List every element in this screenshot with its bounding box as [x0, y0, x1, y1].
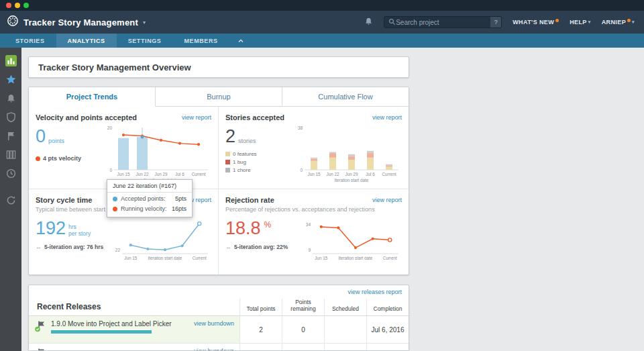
svg-text:Current: Current: [383, 256, 397, 260]
tooltip-row: Accepted points: 5pts: [107, 193, 192, 203]
minimize-window-button[interactable]: [15, 3, 20, 8]
browser-chrome: [0, 0, 644, 11]
rejection-value: 18.8: [225, 219, 261, 238]
tab-members[interactable]: MEMBERS: [172, 34, 229, 48]
release-progress-bar: [51, 330, 152, 334]
star-icon[interactable]: [4, 72, 17, 86]
col-completion: Completion: [366, 299, 409, 315]
svg-text:0: 0: [109, 168, 112, 172]
search-input[interactable]: [396, 19, 490, 26]
svg-text:34: 34: [306, 222, 311, 227]
rejection-avg-label: 5-iteration avg: 22%: [234, 244, 288, 250]
view-burndown-link[interactable]: view burndown: [194, 348, 234, 351]
svg-text:Current: Current: [382, 172, 396, 177]
col-points-remaining: Points remaining: [282, 299, 324, 315]
bell-icon[interactable]: [4, 91, 17, 105]
col-total-points: Total points: [239, 299, 282, 315]
svg-text:Current: Current: [192, 172, 206, 177]
svg-text:9: 9: [308, 248, 311, 252]
svg-text:Jun 15: Jun 15: [124, 256, 137, 260]
tracker-logo-icon[interactable]: [7, 15, 19, 30]
recent-releases-card: view releases report Recent Releases Tot…: [28, 285, 409, 351]
username-label: ARNIEP: [602, 19, 626, 26]
tab-stories[interactable]: STORIES: [4, 34, 56, 48]
help-caret-icon: ▾: [588, 19, 591, 25]
release-flag-icon: [34, 348, 46, 351]
search-box: ?: [384, 16, 502, 28]
features-swatch: [225, 152, 230, 156]
tooltip-value: 5pts: [175, 195, 186, 202]
user-menu[interactable]: ARNIEP ▾: [602, 19, 635, 26]
svg-text:Current: Current: [193, 256, 207, 260]
cycle-unit-top: hrs: [68, 223, 91, 230]
view-burndown-link[interactable]: view burndown: [194, 320, 234, 334]
svg-text:Jul 6: Jul 6: [175, 172, 184, 177]
whats-new-link[interactable]: WHAT'S NEW: [513, 19, 559, 26]
help-label: HELP: [570, 19, 587, 26]
tab-cumulative-flow[interactable]: Cumulative Flow: [282, 87, 409, 107]
stories-accepted-chart[interactable]: 380Jun 15Jun 22Jun 29Jul 6CurrentIterati…: [293, 125, 402, 184]
close-window-button[interactable]: [6, 3, 11, 8]
trend-panels: Velocity and points accepted view report…: [29, 107, 409, 274]
cycle-time-chart[interactable]: 22Jun 15CurrentIteration start date: [111, 218, 211, 262]
project-title[interactable]: Tracker Story Management: [23, 17, 138, 28]
tab-burnup[interactable]: Burnup: [156, 87, 282, 107]
app-header: Tracker Story Management ▾ ? WHAT'S NEW …: [0, 11, 644, 34]
clock-icon[interactable]: [4, 166, 17, 180]
rejection-unit: %: [264, 220, 272, 238]
velocity-legend-label: 4 pts velocity: [43, 155, 81, 162]
tooltip-value: 16pts: [172, 205, 186, 212]
user-badge: [627, 19, 631, 22]
cycle-unit-bottom: per story: [68, 230, 91, 237]
collapse-nav-icon[interactable]: [229, 34, 252, 48]
workspace-sidebar: [0, 48, 21, 351]
rejection-subtitle: Percentage of rejections vs. acceptances…: [225, 206, 402, 214]
velocity-value: 0: [36, 128, 46, 146]
svg-text:Jun 29: Jun 29: [155, 172, 168, 177]
tab-settings[interactable]: SETTINGS: [117, 34, 173, 48]
velocity-unit: points: [48, 138, 64, 146]
release-points-remaining: 0: [282, 316, 324, 343]
svg-text:Iteration start date: Iteration start date: [335, 178, 369, 183]
whats-new-label: WHAT'S NEW: [513, 19, 554, 26]
main-area: Tracker Story Management Overview Projec…: [21, 48, 644, 351]
sync-icon[interactable]: [4, 193, 17, 207]
rejection-view-report-link[interactable]: view report: [372, 197, 402, 203]
release-row: view burndown: [29, 343, 409, 351]
flag-icon[interactable]: [4, 129, 17, 142]
notifications-bell-icon[interactable]: [364, 16, 373, 28]
analytics-project-icon[interactable]: [4, 54, 17, 67]
velocity-view-report-link[interactable]: view report: [182, 114, 211, 121]
rejection-title: Rejection rate: [225, 196, 274, 204]
project-caret-icon[interactable]: ▾: [143, 19, 146, 26]
bugs-legend-label: 1 bug: [233, 159, 246, 165]
svg-text:Jun 22: Jun 22: [327, 172, 339, 177]
stories-view-report-link[interactable]: view report: [372, 114, 402, 121]
svg-text:Iteration start date: Iteration start date: [148, 256, 182, 260]
avg-range-icon: ↔: [225, 244, 231, 250]
tab-analytics[interactable]: ANALYTICS: [56, 34, 117, 48]
svg-text:Jun 15: Jun 15: [117, 172, 130, 177]
project-nav: STORIES ANALYTICS SETTINGS MEMBERS: [0, 34, 644, 48]
releases-header-row: Recent Releases Total points Points rema…: [29, 299, 409, 316]
stories-value: 2: [225, 128, 235, 146]
trends-card: Project Trends Burnup Cumulative Flow Ve…: [28, 87, 409, 275]
columns-icon[interactable]: [4, 148, 17, 161]
release-name[interactable]: 1.9.0 Move into Project and Label Picker: [51, 320, 184, 328]
tooltip-row: Running velocity: 16pts: [107, 203, 192, 217]
header-actions: ? WHAT'S NEW HELP ▾ ARNIEP ▾: [364, 16, 635, 28]
help-menu[interactable]: HELP ▾: [570, 19, 591, 26]
cycle-title: Story cycle time: [36, 196, 92, 204]
rejection-rate-chart[interactable]: 349Jun 15CurrentIteration start date: [301, 218, 402, 262]
tab-project-trends[interactable]: Project Trends: [29, 87, 156, 107]
overview-title: Tracker Story Management Overview: [38, 62, 191, 72]
svg-text:Jun 15: Jun 15: [308, 172, 321, 177]
search-icon: [388, 16, 396, 28]
search-help-button[interactable]: ?: [490, 17, 501, 28]
velocity-chart[interactable]: 200Jun 15Jun 22Jun 29Jul 6CurrentIterati…: [103, 125, 211, 184]
chores-legend-label: 1 chore: [233, 167, 251, 173]
view-releases-report-link[interactable]: view releases report: [347, 289, 402, 295]
release-row: 1.9.0 Move into Project and Label Picker…: [29, 316, 409, 343]
zoom-window-button[interactable]: [23, 3, 29, 8]
shield-icon[interactable]: [4, 110, 17, 123]
